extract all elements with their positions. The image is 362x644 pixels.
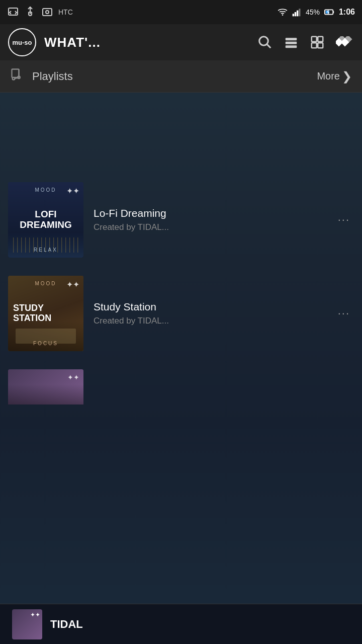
wifi-icon	[278, 7, 288, 17]
section-title: Playlists	[32, 70, 309, 83]
svg-rect-21	[312, 43, 317, 48]
svg-rect-4	[293, 14, 294, 16]
svg-point-14	[259, 37, 268, 46]
dev-icon	[7, 6, 19, 18]
playlist-item[interactable]: MOOD STUDY STATION FOCUS ✦✦ Study Statio…	[8, 272, 354, 355]
nav-icons	[257, 35, 354, 50]
svg-point-28	[13, 77, 15, 80]
svg-rect-9	[333, 11, 334, 13]
svg-rect-18	[286, 45, 297, 48]
svg-rect-16	[286, 38, 297, 40]
focus-tag: FOCUS	[8, 341, 83, 346]
status-bar-right: 45% 1:06	[278, 7, 355, 18]
app-logo[interactable]: mu-so	[8, 28, 36, 56]
study-title: STUDY STATION	[13, 303, 78, 324]
battery-icon	[324, 7, 335, 18]
tidal-bar-title: TIDAL	[50, 618, 83, 631]
svg-rect-1	[43, 9, 52, 16]
svg-point-3	[282, 15, 284, 16]
svg-point-2	[46, 11, 49, 14]
playlist-thumb-lofi: MOOD LOFI DREAMING RELAX ✦✦	[8, 182, 83, 258]
playlist-item[interactable]: ✦✦	[8, 365, 354, 409]
chevron-right-icon: ❯	[342, 69, 352, 84]
playlist-item[interactable]: NEWARRIVALS ✦✦ New Arrivals Created by T…	[8, 103, 354, 168]
relax-tag: RELAX	[8, 247, 83, 253]
playlist-info: Study Station Created by TIDAL...	[94, 301, 324, 326]
htc-label: HTC	[58, 8, 73, 16]
svg-line-15	[267, 44, 270, 48]
usb-icon	[24, 6, 36, 18]
photo-icon	[41, 6, 53, 18]
app-title: WHAT'...	[44, 35, 249, 50]
playlist-thumb-partial: ✦✦	[8, 369, 83, 405]
list-view-icon[interactable]	[284, 35, 299, 50]
playlist-thumb-study: MOOD STUDY STATION FOCUS ✦✦	[8, 276, 83, 351]
playlist-menu-button[interactable]: ···	[334, 209, 354, 230]
status-bar: HTC 45% 1:06	[0, 0, 362, 24]
svg-rect-5	[295, 12, 296, 16]
thumb-dots-icon: ✦✦	[66, 280, 79, 289]
tidal-bar-thumb-dots: ✦✦	[30, 611, 40, 618]
svg-rect-20	[318, 37, 323, 42]
tidal-logo-icon[interactable]	[336, 36, 354, 48]
svg-rect-22	[318, 43, 323, 48]
svg-rect-7	[299, 9, 300, 16]
signal-icon	[292, 7, 302, 17]
content-area: NEWARRIVALS ✦✦ New Arrivals Created by T…	[0, 93, 362, 644]
svg-rect-6	[297, 11, 298, 17]
section-header: Playlists More ❯	[0, 60, 362, 93]
svg-rect-19	[312, 37, 317, 42]
more-button[interactable]: More ❯	[317, 69, 352, 84]
playlist-menu-button[interactable]: ···	[334, 303, 354, 324]
playlist-creator: Created by TIDAL...	[94, 316, 324, 326]
playlist-name: Study Station	[94, 301, 324, 313]
grid-view-icon[interactable]	[310, 35, 325, 50]
status-bar-left: HTC	[7, 6, 73, 18]
tidal-bar-thumb: ✦✦	[12, 609, 42, 639]
top-nav: mu-so WHAT'...	[0, 24, 362, 60]
search-icon[interactable]	[257, 35, 273, 50]
time-label: 1:06	[339, 8, 355, 17]
tidal-bar: ✦✦ TIDAL	[0, 604, 362, 644]
playlist-name: Lo-Fi Dreaming	[94, 207, 324, 219]
thumb-dots-icon: ✦✦	[66, 186, 79, 196]
battery-percentage: 45%	[306, 8, 320, 16]
svg-rect-17	[286, 42, 297, 44]
playlist-creator: Created by TIDAL...	[94, 222, 324, 232]
playlist-item[interactable]: MOOD LOFI DREAMING RELAX ✦✦ Lo-Fi Dreami…	[8, 178, 354, 262]
lofi-title: LOFI DREAMING	[13, 209, 78, 230]
playlist-info: Lo-Fi Dreaming Created by TIDAL...	[94, 207, 324, 232]
playlist-icon	[10, 67, 24, 85]
